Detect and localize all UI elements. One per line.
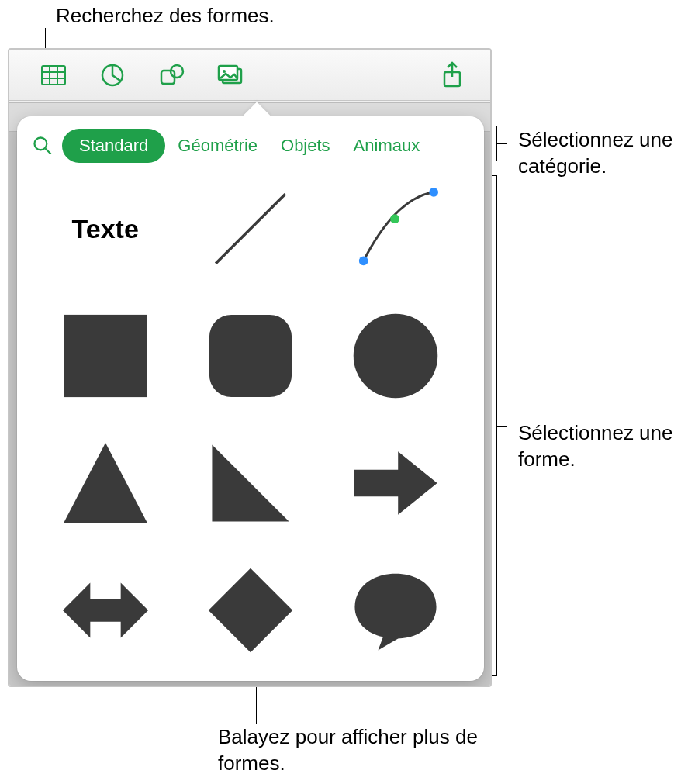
toolbar-chart-button[interactable]: [92, 56, 133, 95]
app-window: Standard Géométrie Objets Animaux Texte: [8, 48, 492, 687]
search-icon: [32, 135, 54, 157]
shape-texte[interactable]: Texte: [53, 178, 157, 279]
fleche-droite-icon: [350, 437, 441, 529]
svg-marker-26: [209, 568, 293, 653]
category-tab-animaux[interactable]: Animaux: [343, 129, 431, 163]
category-tab-standard[interactable]: Standard: [62, 129, 165, 163]
svg-marker-24: [354, 451, 437, 515]
search-button[interactable]: [28, 131, 57, 161]
shape-cercle[interactable]: [344, 306, 448, 406]
shape-carre[interactable]: [53, 306, 157, 406]
callout-category-bracket: [496, 126, 497, 161]
svg-line-15: [216, 194, 285, 264]
image-icon: [215, 60, 246, 91]
callout-shape: Sélectionnez une forme.: [518, 420, 673, 473]
svg-point-16: [359, 256, 368, 265]
carre-icon: [60, 310, 151, 402]
shapes-popover: Standard Géométrie Objets Animaux Texte: [17, 116, 484, 681]
callout-shape-bracket: [496, 175, 497, 676]
shape-losange[interactable]: [198, 560, 302, 661]
carre-arrondi-icon: [205, 310, 296, 402]
callout-category-text: Sélectionnez une catégorie.: [518, 128, 672, 178]
svg-rect-19: [64, 315, 147, 397]
svg-point-17: [430, 188, 439, 197]
category-tab-geometrie[interactable]: Géométrie: [167, 129, 268, 163]
shape-fleche-droite[interactable]: [344, 433, 448, 534]
shape-icon: [156, 60, 187, 91]
shape-triangle[interactable]: [53, 433, 157, 534]
svg-point-21: [354, 314, 438, 399]
bulle-icon: [350, 565, 441, 656]
shape-double-fleche[interactable]: [53, 560, 157, 661]
toolbar-table-button[interactable]: [33, 56, 74, 95]
svg-point-18: [390, 214, 399, 223]
courbe-icon: [350, 183, 441, 275]
cercle-icon: [350, 310, 441, 402]
shape-bulle[interactable]: [344, 560, 448, 661]
svg-line-14: [46, 149, 51, 154]
triangle-icon: [60, 437, 151, 529]
callout-swipe-text: Balayez pour afficher plus de formes.: [218, 725, 478, 775]
ligne-icon: [205, 183, 296, 275]
svg-marker-23: [212, 444, 289, 521]
toolbar: [9, 50, 490, 101]
toolbar-shape-button[interactable]: [150, 56, 192, 95]
svg-marker-22: [63, 443, 147, 523]
table-icon: [38, 60, 69, 91]
svg-point-13: [35, 138, 47, 150]
popover-header: Standard Géométrie Objets Animaux: [17, 116, 484, 171]
callout-shape-text: Sélectionnez une forme.: [518, 421, 672, 471]
shape-triangle-rectangle[interactable]: [198, 433, 302, 534]
shape-carre-arrondi[interactable]: [198, 306, 302, 406]
svg-point-10: [223, 70, 226, 73]
callout-search: Recherchez des formes.: [56, 3, 275, 29]
triangle-rectangle-icon: [205, 437, 296, 529]
shapes-grid[interactable]: Texte: [53, 171, 448, 681]
category-tab-objets[interactable]: Objets: [270, 129, 341, 163]
toolbar-image-button[interactable]: [209, 56, 251, 95]
callout-category: Sélectionnez une catégorie.: [518, 127, 673, 180]
double-fleche-icon: [60, 565, 151, 656]
losange-icon: [205, 565, 296, 656]
texte-label: Texte: [72, 214, 139, 244]
shape-ligne[interactable]: [198, 178, 302, 279]
svg-rect-6: [161, 71, 175, 84]
callout-swipe: Balayez pour afficher plus de formes.: [218, 724, 497, 777]
svg-rect-0: [42, 66, 65, 85]
svg-rect-20: [209, 315, 292, 397]
chart-icon: [97, 60, 128, 91]
shape-courbe-editable[interactable]: [344, 178, 448, 279]
share-icon: [437, 60, 468, 91]
toolbar-share-button[interactable]: [431, 56, 473, 95]
svg-marker-25: [63, 583, 148, 638]
